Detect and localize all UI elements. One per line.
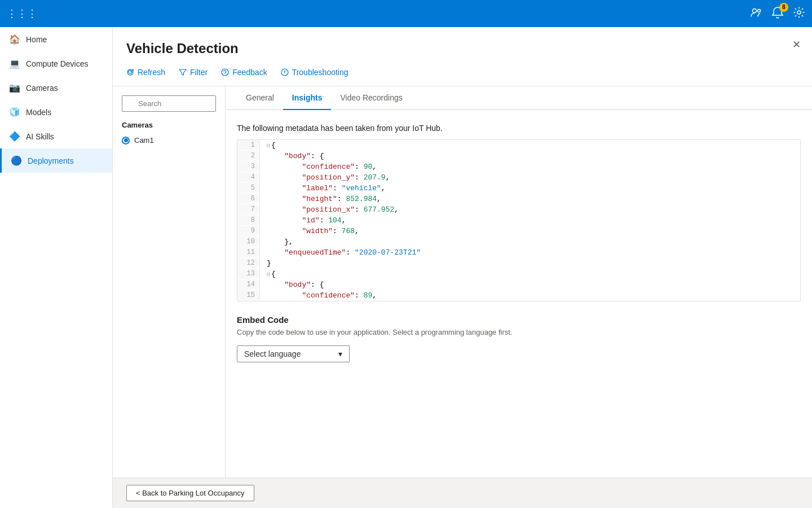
filter-label: Filter — [190, 68, 208, 77]
apps-icon[interactable]: ⋮⋮⋮ — [7, 7, 37, 20]
main-layout: 🏠 Home 💻 Compute Devices 📷 Cameras 🧊 Mod… — [0, 27, 812, 508]
toolbar: Refresh Filter Feedback — [126, 65, 798, 79]
cameras-icon: 📷 — [9, 82, 20, 93]
sidebar: 🏠 Home 💻 Compute Devices 📷 Cameras 🧊 Mod… — [0, 27, 113, 508]
filter-icon — [179, 68, 187, 76]
sidebar-item-deployments-label: Deployments — [28, 156, 74, 165]
troubleshooting-button[interactable]: Troubleshooting — [281, 65, 348, 79]
page-title: Vehicle Detection — [126, 41, 798, 56]
embed-desc: Copy the code below to use in your appli… — [237, 328, 801, 336]
svg-point-1 — [758, 9, 761, 12]
sidebar-item-models[interactable]: 🧊 Models — [0, 100, 112, 124]
refresh-button[interactable]: Refresh — [126, 65, 165, 79]
svg-point-6 — [284, 73, 285, 74]
tabs: General Insights Video Recordings — [226, 86, 812, 110]
lang-select-label: Select language — [244, 349, 301, 358]
language-select[interactable]: Select language ▾ — [237, 345, 350, 362]
svg-point-4 — [225, 74, 226, 75]
chevron-down-icon: ▾ — [338, 349, 342, 358]
topbar: ⋮⋮⋮ 8 — [0, 0, 812, 27]
close-button[interactable]: ✕ — [792, 38, 801, 51]
tab-content-insights: The following metadata has been taken fr… — [226, 110, 812, 478]
share-icon[interactable] — [750, 6, 762, 21]
cameras-section-title: Cameras — [122, 121, 216, 129]
svg-point-2 — [797, 11, 801, 14]
sidebar-item-compute-label: Compute Devices — [26, 59, 89, 68]
back-button[interactable]: < Back to Parking Lot Occupancy — [126, 485, 254, 501]
left-panel: 🔍 Cameras Cam1 — [113, 86, 226, 478]
feedback-button[interactable]: Feedback — [221, 65, 267, 79]
topbar-left: ⋮⋮⋮ — [7, 7, 37, 20]
models-icon: 🧊 — [9, 107, 20, 117]
svg-point-0 — [753, 8, 757, 12]
embed-title: Embed Code — [237, 315, 801, 325]
metadata-desc: The following metadata has been taken fr… — [237, 124, 801, 133]
search-container: 🔍 — [122, 95, 216, 112]
refresh-label: Refresh — [138, 68, 165, 77]
sidebar-item-cameras-label: Cameras — [26, 84, 58, 93]
feedback-icon — [221, 68, 229, 76]
compute-icon: 💻 — [9, 58, 20, 69]
search-input[interactable] — [122, 95, 216, 112]
inner-layout: 🔍 Cameras Cam1 General — [113, 86, 812, 478]
tab-general[interactable]: General — [237, 86, 283, 110]
camera-item-cam1[interactable]: Cam1 — [122, 134, 216, 147]
json-viewer[interactable]: 1 ⊟{ 2 "body": { 3 "confidence": 90, — [237, 139, 801, 301]
bell-badge: 8 — [779, 3, 788, 12]
bell-icon[interactable]: 8 — [771, 6, 784, 21]
content-header: Vehicle Detection Refresh Filter — [113, 27, 812, 86]
sidebar-item-compute-devices[interactable]: 💻 Compute Devices — [0, 51, 112, 76]
sidebar-item-ai-skills-label: AI Skills — [26, 132, 54, 141]
sidebar-item-models-label: Models — [26, 108, 51, 117]
troubleshooting-label: Troubleshooting — [292, 68, 348, 77]
camera-cam1-label: Cam1 — [134, 136, 154, 144]
refresh-icon — [126, 68, 134, 76]
content-area: Vehicle Detection Refresh Filter — [113, 27, 812, 508]
feedback-label: Feedback — [232, 68, 267, 77]
sidebar-item-cameras[interactable]: 📷 Cameras — [0, 76, 112, 100]
sidebar-item-home-label: Home — [26, 35, 47, 44]
bottom-bar: < Back to Parking Lot Occupancy — [113, 478, 812, 508]
embed-section: Embed Code Copy the code below to use in… — [237, 315, 801, 362]
svg-point-3 — [222, 69, 228, 76]
topbar-right: 8 — [750, 6, 805, 21]
deployments-icon: 🔵 — [11, 155, 22, 166]
json-line-1: 1 ⊟{ — [237, 140, 800, 151]
tab-video-recordings[interactable]: Video Recordings — [331, 86, 411, 110]
right-panel: General Insights Video Recordings The fo… — [226, 86, 812, 478]
settings-icon[interactable] — [793, 6, 805, 21]
tab-insights[interactable]: Insights — [283, 86, 332, 110]
radio-cam1-inner — [124, 138, 128, 142]
sidebar-item-deployments[interactable]: 🔵 Deployments — [0, 148, 112, 173]
sidebar-item-ai-skills[interactable]: 🔷 AI Skills — [0, 124, 112, 148]
sidebar-item-home[interactable]: 🏠 Home — [0, 27, 112, 51]
radio-cam1[interactable] — [122, 137, 130, 144]
home-icon: 🏠 — [9, 34, 20, 45]
ai-skills-icon: 🔷 — [9, 131, 20, 142]
troubleshooting-icon — [281, 68, 289, 76]
filter-button[interactable]: Filter — [179, 65, 208, 79]
